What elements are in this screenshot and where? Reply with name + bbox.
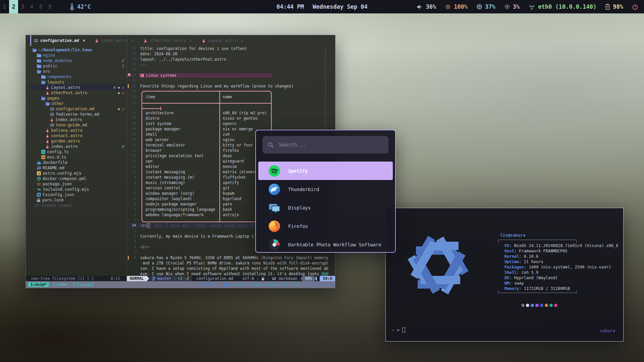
brightness-module[interactable]: 100% xyxy=(445,3,468,10)
tree-item-balcony.astro[interactable]: balcony.astro xyxy=(31,128,127,133)
buffer-line[interactable] xyxy=(127,105,335,110)
workspace-2[interactable]: 2 xyxy=(9,0,18,13)
tree-item-garden.astro[interactable]: garden.astro xyxy=(31,138,127,144)
tree-item-otherPost.astro[interactable]: otherPost.astro●□ xyxy=(31,90,127,96)
tree-item-configuration.md[interactable]: configuration.md●□ xyxy=(31,106,127,112)
buffer-line[interactable]: 6sakura has a Ryzen 5 7640U, 32GB of DDR… xyxy=(127,255,335,260)
buffer-line[interactable]: 23itemname xyxy=(127,94,335,100)
line-number: 34 xyxy=(127,223,136,228)
launcher-item-thunderbird[interactable]: Thunderbird xyxy=(258,180,393,198)
buffer-line[interactable]: 26 xyxy=(127,78,335,83)
launcher-item-displays[interactable]: Displays xyxy=(258,198,393,217)
gpu-module[interactable]: 3% xyxy=(504,3,520,10)
buffer-line[interactable]: 20distronixos or gentoo xyxy=(127,116,335,121)
buffer-line[interactable]: 25Favorite things regarding Linux and my… xyxy=(127,83,335,89)
tree-item-nginx[interactable]: nginx xyxy=(31,53,127,58)
tree-item-env.d.ts[interactable]: TSenv.d.ts xyxy=(31,155,127,160)
tab-close-icon[interactable]: × xyxy=(241,38,243,43)
tab-index.astro[interactable]: index.astro× xyxy=(91,35,138,46)
tab-close-icon[interactable]: × xyxy=(190,38,192,43)
buffer-line[interactable]: 31date: 2024-08-30 xyxy=(127,51,335,57)
buffer-line[interactable]: ion. I have a setup consisting of Hyprla… xyxy=(127,266,335,271)
buffer-line[interactable]: 29--- xyxy=(127,62,335,67)
status-bar: 123489 42°C 04:44 PM Wednesday Sep 04 36… xyxy=(0,0,644,13)
markdown-heading-bar: 1Linux systems xyxy=(139,73,272,78)
shell-prompt[interactable]: ~ > xyxy=(392,327,405,333)
cpu-module[interactable]: 37% xyxy=(477,3,495,10)
fetch-box-bottom xyxy=(498,293,577,293)
tree-item-config.ts[interactable]: TSconfig.ts xyxy=(31,149,127,155)
tree-item-package.json[interactable]: {}package.json xyxy=(31,181,127,187)
buffer-line[interactable]: 271Linux systems xyxy=(127,73,335,78)
battery-module[interactable]: 98% xyxy=(605,3,623,10)
git-added-count: +2 xyxy=(178,276,182,281)
table-cell-right: fluffychat xyxy=(223,175,246,180)
tab-close-icon[interactable]: × xyxy=(83,38,85,43)
tree-item-tsconfig.json[interactable]: TStsconfig.json xyxy=(31,192,127,197)
tree-item-tone-guide.md[interactable]: tone-guide.md xyxy=(31,122,127,128)
tree-item-yarn.lock[interactable]: yarn.lock xyxy=(31,197,127,203)
workspace-4[interactable]: 4 xyxy=(27,0,36,13)
tree-item-index.astro[interactable]: index.astro xyxy=(31,117,127,122)
network-module[interactable]: eth0 (10.0.0.140) xyxy=(529,3,596,10)
tree-item-src[interactable]: src xyxy=(31,69,127,74)
launcher-item-darktable[interactable]: Darktable Photo Workflow Software xyxy=(258,235,393,253)
tmux-window-1:nvim*[interactable]: 1:nvim* xyxy=(28,282,49,287)
launcher-item-firefox[interactable]: Firefox xyxy=(258,217,393,235)
tree-item-pages[interactable]: pages xyxy=(31,96,127,101)
tree-item-contact.astro[interactable]: contact.astro xyxy=(31,133,127,138)
fetch-info-line: WM: sway xyxy=(504,281,619,286)
tree-item-fediverse-terms.md[interactable]: fediverse-terms.md xyxy=(31,112,127,117)
search-input[interactable] xyxy=(278,141,383,148)
svg-text:JS: JS xyxy=(38,172,40,175)
spotify-icon xyxy=(268,165,280,177)
tree-item-public[interactable]: public? xyxy=(31,63,127,69)
tree-item--6-hidden-items-[interactable]: (6 hidden items) xyxy=(31,203,127,208)
buffer-line[interactable]: 32title: configuration for devices i use… xyxy=(127,46,335,51)
volume-module[interactable]: 36% xyxy=(417,3,436,10)
tree-item-tailwind.config.mjs[interactable]: tailwind.config.mjs xyxy=(31,187,127,192)
line-number: 5 xyxy=(127,250,136,255)
table-cell-left: init system xyxy=(146,121,171,126)
buffer-line[interactable]: 21architecturex86_64 (rip m2 pro) xyxy=(127,110,335,116)
buffer-line[interactable]: 19init systemopenrc xyxy=(127,121,335,126)
tmux-window-3:lazygit[interactable]: 3:lazygit xyxy=(73,282,94,287)
git-branch-name: master xyxy=(158,276,172,281)
tree-item-Dockerfile[interactable]: Dockerfile xyxy=(31,160,127,165)
tmux-right-status: master /home/liv/Development/liv.town Se… xyxy=(200,282,333,287)
temperature-module[interactable]: 42°C xyxy=(70,3,91,10)
tree-item-components[interactable]: components xyxy=(31,74,127,79)
workspace-1[interactable]: 1 xyxy=(0,0,9,13)
tree-item---Development-liv.town[interactable]: ~/Development/liv.town xyxy=(31,47,127,53)
launcher-item-label: Spotify xyxy=(288,168,308,174)
tree-item-index.astro[interactable]: index.astroH xyxy=(31,144,127,149)
buffer-line[interactable]: 28 xyxy=(127,67,335,73)
buffer-line[interactable]: 22 xyxy=(127,100,335,105)
workspace-9[interactable]: 9 xyxy=(45,0,54,13)
tree-item-Layout.astro[interactable]: Layout.astroH●□ xyxy=(31,85,127,90)
buffer-line[interactable]: ove. I use Nix when I need software with… xyxy=(127,271,335,276)
tree-item-layouts[interactable]: layouts xyxy=(31,79,127,85)
workspace-3[interactable]: 3 xyxy=(18,0,27,13)
tree-item-node-modules[interactable]: node_modulesE xyxy=(31,58,127,63)
tree-item-docker-compose.yml[interactable]: docker-compose.yml xyxy=(31,176,127,181)
tab-otherPost.astro[interactable]: otherPost.astro× xyxy=(140,35,196,46)
tree-item-README.md[interactable]: README.md xyxy=(31,165,127,171)
buffer-line[interactable]: 30layout: ../../layouts/otherPost.astro xyxy=(127,57,335,62)
tree-item-other[interactable]: other xyxy=(31,101,127,106)
launcher-item-label: Thunderbird xyxy=(288,187,319,192)
tree-item-label: (6 hidden items) xyxy=(34,203,73,208)
tab-close-icon[interactable]: × xyxy=(131,38,134,43)
tab-Layout.astro[interactable]: Layout.astro× xyxy=(198,35,247,46)
line-number: 24 xyxy=(127,89,136,94)
launcher-search-box[interactable] xyxy=(263,136,388,154)
tab-configuration.md[interactable]: configuration.md× xyxy=(30,35,89,46)
launcher-item-spotify[interactable]: Spotify xyxy=(258,162,393,180)
buffer-line[interactable]: 24 xyxy=(127,89,335,94)
workspace-8[interactable]: 8 xyxy=(36,0,45,13)
tree-item-astro.config.mjs[interactable]: JSastro.config.mjs xyxy=(31,171,127,176)
line-number: 23 xyxy=(127,94,136,100)
buffer-line[interactable]: and a 2TB (Crucial P5 Plus) NVMe drive. … xyxy=(127,260,335,266)
power-button[interactable] xyxy=(632,4,638,10)
tmux-window-2:node-[interactable]: 2:node- xyxy=(53,282,69,287)
